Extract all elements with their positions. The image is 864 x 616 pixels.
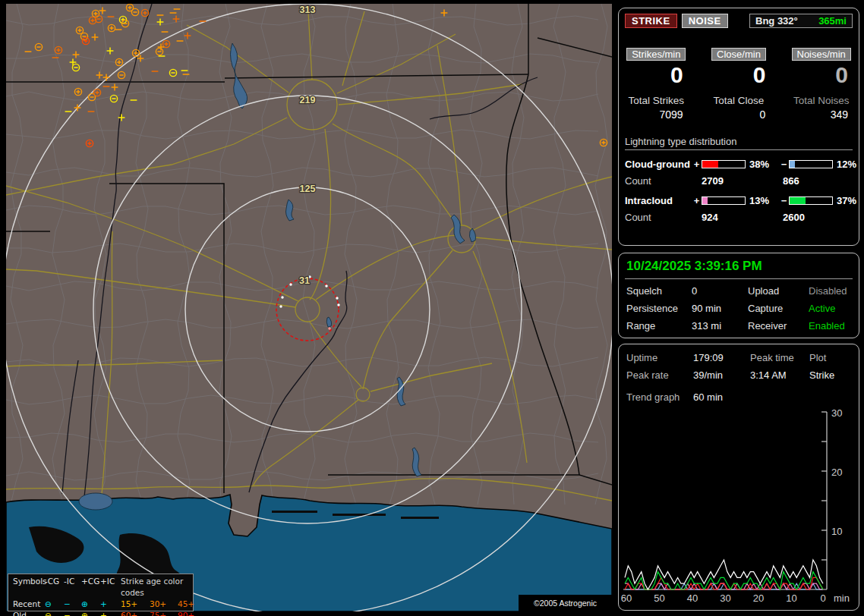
range-label: Range [626,319,692,334]
ic-positive-pct: 13% [746,195,779,206]
cg-neg-old-icon: ⊖ [45,610,64,616]
peak-rate-label: Peak rate [626,366,693,384]
legend-recent-label: Recent [13,599,45,610]
plus-sign: + [692,159,702,170]
strikes-per-min-button[interactable]: Strikes/min [626,48,686,61]
ring-label-219: 219 [300,95,316,105]
minus-sign: − [779,195,789,206]
intracloud-count-row: Count 924 2600 [625,212,853,223]
cg-negative-pct: 12% [833,159,856,170]
trend-graph-label: Trend graph [626,388,693,406]
range-value: 313 mi [692,319,748,334]
trend-y-labels: 30 20 10 [831,410,842,537]
trend-graph-row: Trend graph 60 min [625,388,853,406]
close-per-min-column: Close/min 0 Total Close 0 [708,48,771,121]
minus-sign: − [779,159,789,170]
plot-value: Strike [809,366,853,384]
cg-pos-old-icon: ⊕ [81,610,100,616]
noises-per-min-button[interactable]: Noises/min [792,48,851,61]
intracloud-label: Intracloud [625,195,692,206]
distribution-header: Lightning type distribution [625,136,853,150]
noises-per-min-column: Noises/min 0 Total Noises 349 [790,48,853,121]
plus-sign: + [692,195,702,206]
cg-neg-recent-icon: ⊖ [45,599,64,610]
svg-text:20: 20 [831,467,842,478]
svg-text:50: 50 [654,592,664,604]
capture-label: Capture [748,301,809,316]
total-close-label: Total Close [708,95,771,106]
ic-neg-old-icon: − [64,610,81,616]
cloud-ground-row: Cloud-ground + 38% − 12% [625,159,853,170]
age-30: 30+ [150,599,178,610]
bearing-readout: Bng 332° 365mi [749,14,853,28]
svg-text:30: 30 [831,410,842,419]
map-canvas[interactable]: 313 219 125 31 [6,4,612,611]
ic-negative-bar [789,196,833,205]
ic-neg-recent-icon: − [64,599,81,610]
count-label: Count [625,175,702,187]
strike-trend-chart: 30 20 10 60 50 40 30 20 10 0 min [619,410,859,608]
count-label: Count [625,212,702,223]
svg-text:10: 10 [831,526,842,537]
age-45: 45+ [178,599,205,610]
age-75: 75+ [150,610,178,616]
radar-map[interactable]: 313 219 125 31 Symbols -CG -IC +CG +IC S… [6,4,612,611]
squelch-label: Squelch [626,284,692,299]
trend-series [625,560,823,589]
noise-mode-button[interactable]: NOISE [682,14,728,28]
upload-label: Upload [748,284,809,299]
capture-status: Active [809,301,853,316]
total-noises-label: Total Noises [790,95,853,106]
status-row-squelch: Squelch 0 Upload Disabled [625,284,853,299]
strike-stats-panel: STRIKE NOISE Bng 332° 365mi Strikes/min … [618,8,859,246]
svg-text:0: 0 [820,592,825,604]
status-row-range: Range 313 mi Receiver Enabled [625,319,853,334]
receiver-status: Enabled [809,319,853,334]
total-close-value: 0 [708,108,771,121]
trend-graph-window: 60 min [693,388,750,406]
ic-pos-old-icon: + [100,610,121,616]
age-90: 90+ [178,610,205,616]
peak-rate-value: 39/min [693,366,750,384]
trend-panel: Uptime 179:09 Peak time Plot Peak rate 3… [618,344,859,611]
age-60: 60+ [121,610,150,616]
bearing-value: Bng 332° [755,15,798,27]
copyright-notice: ©2005 Astrogenic Systems [519,595,612,611]
ic-positive-bar [702,196,746,205]
intracloud-row: Intracloud + 13% − 37% [625,195,853,206]
strike-mode-button[interactable]: STRIKE [625,14,677,28]
lightning-detector-app: { "panel": { "strike_btn": "STRIKE", "no… [0,0,864,616]
cg-negative-bar [789,160,833,168]
legend-age-header: Strike age color codes [121,576,205,599]
ring-label-313: 313 [300,5,316,15]
ic-negative-count: 2600 [783,212,853,223]
symbol-legend: Symbols -CG -IC +CG +IC Strike age color… [8,574,194,611]
uptime-value: 179:09 [693,349,750,366]
noises-per-min-value: 0 [790,63,853,87]
ring-label-31: 31 [299,275,310,286]
total-noises-value: 349 [790,108,853,121]
peak-time-label: Peak time [750,349,809,366]
uptime-row: Uptime 179:09 Peak time Plot [625,349,853,366]
lightning-type-distribution: Lightning type distribution Cloud-ground… [625,136,853,223]
legend-col-ic-pos: +IC [100,576,121,599]
legend-col-ic-neg: -IC [64,576,81,599]
cg-positive-bar [702,160,746,168]
receiver-label: Receiver [748,319,809,334]
uptime-label: Uptime [626,349,693,366]
cloud-ground-count-row: Count 2709 866 [625,175,853,187]
strikes-per-min-value: 0 [625,63,688,87]
svg-text:40: 40 [687,592,698,604]
bearing-distance: 365mi [818,15,847,27]
system-status-panel: 10/24/2025 3:39:16 PM Squelch 0 Upload D… [618,253,859,338]
plot-label: Plot [809,349,853,366]
cg-pos-recent-icon: ⊕ [81,599,100,610]
svg-text:60: 60 [621,592,632,604]
close-per-min-button[interactable]: Close/min [711,48,766,61]
upload-status: Disabled [809,284,853,299]
cg-negative-count: 866 [783,175,853,187]
close-per-min-value: 0 [708,63,771,87]
peak-time-value: 3:14 AM [750,366,809,384]
total-strikes-label: Total Strikes [625,95,688,106]
trend-x-labels: 60 50 40 30 20 10 0 min [621,592,850,604]
